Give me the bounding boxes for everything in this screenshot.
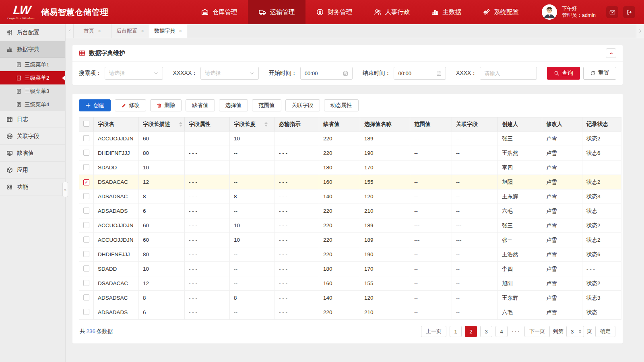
column-header-4: 必输指示	[275, 117, 319, 132]
table-cell: 12	[139, 276, 185, 291]
action-button-4[interactable]: 选择值	[219, 99, 248, 111]
table-cell: ACCUOJJDJN	[94, 233, 139, 247]
nav-item-2[interactable]: 财务管理	[305, 0, 363, 24]
logout-button[interactable]	[623, 6, 635, 18]
row-checkbox[interactable]	[83, 135, 89, 141]
tab-2[interactable]: 数据字典×	[149, 24, 187, 38]
tab-close-icon[interactable]: ×	[179, 28, 182, 34]
goto-page-input[interactable]: 3	[566, 326, 584, 337]
table-row[interactable]: ACCUOJJDJN60- - -10- - -220189------张三卢雪…	[79, 218, 621, 233]
query-button[interactable]: 查询	[547, 67, 580, 80]
table-row[interactable]: ADSADSAC8- - -8- - -140120----王东辉卢雪状态3	[79, 291, 621, 305]
spinner-icon[interactable]	[579, 330, 581, 333]
table-row[interactable]: ADSADSAC8- - -8- - -140120----王东辉卢雪状态3	[79, 189, 621, 204]
row-checkbox[interactable]	[83, 150, 89, 156]
sidebar-item-6[interactable]: 功能	[0, 179, 65, 195]
page-button-1[interactable]: 1	[450, 326, 462, 337]
row-checkbox[interactable]	[83, 222, 89, 228]
page-button-4[interactable]: 4	[495, 326, 508, 337]
page-button-3[interactable]: 3	[480, 326, 492, 337]
sidebar-item-4[interactable]: 缺省值	[0, 145, 65, 162]
row-checkbox[interactable]	[83, 251, 89, 257]
confirm-button[interactable]: 确定	[595, 326, 615, 337]
action-button-label: 缺省值	[192, 102, 208, 109]
total-prefix: 共	[80, 328, 85, 334]
sidebar-collapse-handle[interactable]: «	[62, 182, 68, 197]
sidebar-item-0[interactable]: 后台配置	[0, 24, 65, 41]
table-cell: 卢雪	[542, 276, 582, 291]
table-row[interactable]: DHDIFNFJJJ80- - ---- - -220190----王浩然卢雪状…	[79, 146, 621, 160]
action-button-6[interactable]: 关联字段	[285, 99, 320, 111]
nav-item-0[interactable]: 仓库管理	[190, 0, 248, 24]
table-cell: - - -	[275, 175, 319, 189]
sidebar-item-5[interactable]: 应用	[0, 162, 65, 179]
plus-icon	[85, 103, 91, 108]
column-header-3[interactable]: 字段长度	[230, 117, 275, 132]
tabs-scroll-right-button[interactable]	[636, 24, 644, 38]
xxxxx-select[interactable]: 请选择	[200, 67, 259, 80]
sidebar-item-3[interactable]: 关联字段	[0, 128, 65, 145]
action-button-label: 动态属性	[330, 102, 352, 109]
sidebar-subitem-3[interactable]: 三级菜单4	[0, 98, 65, 111]
nav-item-1[interactable]: 运输管理	[248, 0, 305, 24]
nav-item-4[interactable]: 主数据	[421, 0, 472, 24]
table-row[interactable]: SDADD10- - ---- - -180170----李四卢雪- - -	[79, 262, 621, 276]
table-cell: 状态2	[582, 218, 621, 233]
row-checkbox[interactable]	[83, 164, 89, 170]
sidebar-item-2[interactable]: 日志	[0, 111, 65, 128]
sort-icon[interactable]	[179, 122, 182, 127]
tab-close-icon[interactable]: ×	[98, 28, 101, 34]
tabs-scroll-left-button[interactable]	[66, 24, 74, 38]
row-checkbox[interactable]	[83, 208, 89, 214]
sidebar-subitem-2[interactable]: 三级菜单3	[0, 84, 65, 98]
sidebar-item-1[interactable]: 数据字典	[0, 41, 65, 58]
mail-button[interactable]	[606, 6, 618, 18]
panel-collapse-button[interactable]	[606, 48, 616, 58]
nav-item-5[interactable]: 系统配置	[472, 0, 530, 24]
table-row[interactable]: ADSADADS6- - ---- - -220210----六毛卢雪状态	[79, 305, 621, 320]
tab-close-icon[interactable]: ×	[141, 28, 144, 34]
table-cell: 状态3	[582, 291, 621, 305]
row-checkbox[interactable]: ✓	[83, 179, 89, 185]
sidebar-subitem-0[interactable]: 三级菜单1	[0, 58, 65, 71]
pagination-ellipsis[interactable]: ···	[511, 328, 521, 335]
end-time-input[interactable]: 00:00	[394, 67, 446, 80]
action-button-0[interactable]: 创建	[79, 99, 111, 111]
start-time-input[interactable]: 00:00	[300, 67, 353, 80]
action-button-3[interactable]: 缺省值	[186, 99, 215, 111]
table-row[interactable]: DHDIFNFJJJ80- - ---- - -220190----王浩然卢雪状…	[79, 247, 621, 262]
sidebar-subitem-1[interactable]: 三级菜单2	[0, 71, 65, 84]
filter-card: 数据字典维护 搜索项： 请选择 XXXXX： 请选择	[72, 45, 623, 85]
table-cell: 155	[360, 175, 410, 189]
table-row[interactable]: ✓DSADACAC12- - ---- - -160155----旭阳卢雪状态2	[79, 175, 621, 189]
action-button-7[interactable]: 动态属性	[324, 99, 359, 111]
tab-0[interactable]: 首页×	[74, 24, 111, 38]
row-checkbox[interactable]	[83, 280, 89, 286]
reset-button[interactable]: 重置	[583, 67, 616, 80]
table-cell: ADSADSAC	[94, 189, 139, 204]
next-page-button[interactable]: 下一页	[524, 326, 550, 337]
table-row[interactable]: ACCUOJJDJN60- - -10- - -220189------张三卢雪…	[79, 132, 621, 146]
row-checkbox[interactable]	[83, 265, 89, 272]
xxxx-input[interactable]	[484, 70, 533, 76]
select-all-checkbox[interactable]	[83, 121, 89, 127]
avatar[interactable]	[542, 4, 557, 20]
prev-page-button[interactable]: 上一页	[421, 326, 446, 337]
table-row[interactable]: ACCUOJJDJN60- - -10- - -220189------张三卢雪…	[79, 233, 621, 247]
row-checkbox[interactable]	[83, 193, 89, 199]
search-select[interactable]: 请选择	[105, 67, 163, 80]
action-button-1[interactable]: 修改	[115, 99, 146, 111]
row-checkbox[interactable]	[83, 237, 89, 243]
column-header-1[interactable]: 字段长描述	[139, 117, 185, 132]
row-checkbox[interactable]	[83, 294, 89, 300]
table-row[interactable]: DSADACAC12- - ---- - -160155----旭阳卢雪状态2	[79, 276, 621, 291]
action-button-5[interactable]: 范围值	[252, 99, 281, 111]
table-row[interactable]: SDADD10- - ---- - -180170----李四卢雪- - -	[79, 160, 621, 175]
action-button-2[interactable]: 删除	[150, 99, 182, 111]
sort-icon[interactable]	[264, 122, 268, 127]
table-row[interactable]: ADSADADS6- - ---- - -220210----六毛卢雪状态	[79, 204, 621, 218]
tab-1[interactable]: 后台配置×	[111, 24, 149, 38]
row-checkbox[interactable]	[83, 309, 89, 315]
page-button-2[interactable]: 2	[465, 326, 477, 337]
nav-item-3[interactable]: 人事行政	[363, 0, 421, 24]
